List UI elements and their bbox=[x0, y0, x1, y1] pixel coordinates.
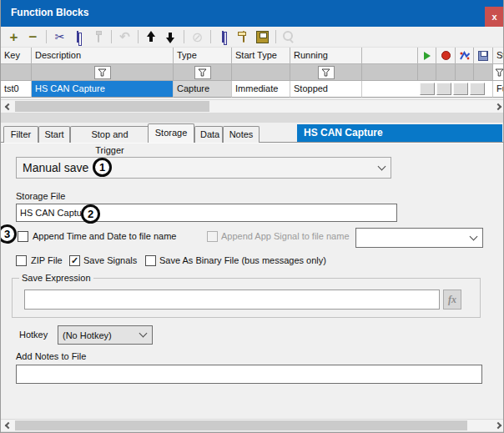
storage-file-input[interactable] bbox=[16, 204, 397, 222]
filter-cell-icon bbox=[474, 64, 493, 81]
divider-band bbox=[1, 113, 504, 123]
tab-start[interactable]: Start bbox=[38, 126, 70, 143]
scroll-right-button[interactable] bbox=[491, 420, 504, 431]
column-header-save[interactable] bbox=[474, 48, 493, 64]
fx-icon: fx bbox=[448, 294, 456, 306]
scroll-left-button[interactable] bbox=[1, 420, 15, 431]
undo-icon bbox=[119, 29, 130, 44]
remove-block-button[interactable] bbox=[23, 28, 43, 46]
row-analyze-button[interactable] bbox=[453, 83, 468, 95]
disable-icon bbox=[192, 29, 203, 45]
filter-cell-type bbox=[174, 64, 232, 81]
save-expression-input[interactable] bbox=[24, 290, 440, 310]
tab-stop-and-trigger[interactable]: Stop and Trigger bbox=[70, 126, 149, 143]
filter-button-type[interactable] bbox=[194, 66, 211, 79]
hotkey-value: (No Hotkey) bbox=[58, 330, 134, 340]
toolbar-separator bbox=[184, 30, 184, 43]
move-up-button[interactable] bbox=[142, 28, 161, 46]
storage-tab-panel: Manual save 1 Storage File 2 3 Append Ti… bbox=[1, 143, 504, 419]
cut-icon bbox=[55, 30, 65, 43]
zip-file-checkbox[interactable] bbox=[16, 255, 27, 266]
paste-icon bbox=[98, 32, 99, 42]
tab-filter[interactable]: Filter bbox=[3, 126, 38, 143]
save-signals-label: Save Signals bbox=[83, 255, 137, 265]
column-header-start-all[interactable] bbox=[418, 48, 436, 64]
save-as-binary-label: Save As Binary File (bus messages only) bbox=[159, 255, 326, 265]
row-save-button[interactable] bbox=[470, 83, 485, 95]
undo-button[interactable] bbox=[115, 28, 134, 46]
expression-builder-button[interactable]: fx bbox=[443, 290, 461, 310]
append-app-signal-label: Append App Signal to file name bbox=[221, 231, 350, 241]
column-header-running[interactable]: Running bbox=[290, 48, 362, 64]
row-cell-start-type[interactable]: Immediate bbox=[232, 81, 290, 98]
filter-funnel-icon[interactable] bbox=[495, 68, 504, 77]
tab-notes[interactable]: Notes bbox=[223, 126, 260, 143]
copy-button[interactable] bbox=[69, 28, 88, 46]
annotation-circle-1: 1 bbox=[93, 158, 112, 177]
filter-cell-icon bbox=[456, 64, 474, 81]
tab-data[interactable]: Data bbox=[194, 126, 223, 143]
column-header-key[interactable]: Key bbox=[1, 48, 32, 64]
filter-button-description[interactable] bbox=[94, 66, 111, 79]
move-down-button[interactable] bbox=[161, 28, 180, 46]
annotation-circle-2: 2 bbox=[81, 204, 100, 224]
row-record-button[interactable] bbox=[436, 83, 451, 95]
column-header-start-type[interactable]: Start Type bbox=[232, 48, 290, 64]
app-signal-dropdown[interactable] bbox=[355, 228, 483, 248]
scrollbar-thumb[interactable] bbox=[15, 420, 467, 430]
filter-cell-icon bbox=[418, 64, 436, 81]
add-notes-input[interactable] bbox=[16, 365, 482, 384]
save-mode-dropdown[interactable]: Manual save bbox=[16, 157, 391, 179]
save-icon bbox=[478, 51, 488, 61]
add-notes-label: Add Notes to File bbox=[16, 351, 86, 361]
record-icon bbox=[441, 51, 451, 60]
zip-file-label: ZIP File bbox=[31, 255, 63, 265]
search-button[interactable] bbox=[280, 28, 299, 46]
filter-cell-icon bbox=[436, 64, 456, 81]
chevron-down-icon bbox=[139, 330, 147, 338]
row-cell-description-selected[interactable]: HS CAN Capture bbox=[32, 81, 174, 98]
chevron-left-icon bbox=[4, 422, 11, 429]
column-header-record[interactable] bbox=[436, 48, 456, 64]
append-time-date-checkbox[interactable] bbox=[18, 231, 28, 242]
chevron-down-icon bbox=[469, 232, 477, 240]
filter-cell-start-type bbox=[232, 64, 290, 81]
append-app-signal-checkbox[interactable] bbox=[207, 231, 218, 242]
save-file-button[interactable] bbox=[253, 28, 272, 46]
append-time-date-label: Append Time and Date to file name bbox=[33, 231, 176, 241]
open-file-button[interactable] bbox=[234, 28, 253, 46]
open-folder-icon bbox=[243, 32, 244, 42]
save-as-binary-checkbox[interactable] bbox=[145, 255, 156, 266]
row-cell-type[interactable]: Capture bbox=[174, 81, 232, 98]
save-signals-checkbox[interactable]: ✓ bbox=[69, 255, 80, 266]
column-header-description[interactable]: Description bbox=[32, 48, 174, 64]
column-header-blank bbox=[362, 48, 418, 64]
toolbar-separator bbox=[46, 30, 47, 43]
row-cell-function-truncated[interactable]: Fu bbox=[493, 81, 504, 98]
analyze-icon bbox=[459, 51, 471, 61]
title-bar: Function Blocks x bbox=[1, 0, 504, 27]
start-icon bbox=[424, 52, 431, 60]
disable-block-button[interactable] bbox=[188, 28, 207, 46]
close-button[interactable]: x bbox=[485, 7, 504, 27]
row-start-button[interactable] bbox=[420, 83, 435, 95]
toolbar bbox=[1, 27, 504, 48]
row-cell-running[interactable]: Stopped bbox=[290, 81, 362, 98]
scroll-right-button[interactable] bbox=[491, 100, 504, 113]
tab-storage[interactable]: Storage bbox=[148, 123, 194, 143]
filter-cell-key bbox=[1, 64, 32, 81]
paste-button[interactable] bbox=[88, 28, 108, 46]
cut-button[interactable] bbox=[50, 28, 69, 46]
column-header-type[interactable]: Type bbox=[174, 48, 232, 64]
row-cell-key[interactable]: tst0 bbox=[1, 81, 32, 98]
hotkey-dropdown[interactable]: (No Hotkey) bbox=[58, 325, 153, 345]
duplicate-button[interactable] bbox=[214, 28, 234, 46]
column-header-status-truncated[interactable]: St bbox=[493, 48, 504, 64]
column-header-analyze[interactable] bbox=[456, 48, 474, 64]
scrollbar-thumb[interactable] bbox=[15, 101, 209, 112]
filter-button-running[interactable] bbox=[318, 66, 335, 79]
scroll-left-button[interactable] bbox=[1, 100, 15, 113]
filter-cell-status bbox=[493, 64, 504, 81]
hotkey-label: Hotkey bbox=[19, 330, 48, 340]
add-block-button[interactable] bbox=[4, 28, 23, 46]
